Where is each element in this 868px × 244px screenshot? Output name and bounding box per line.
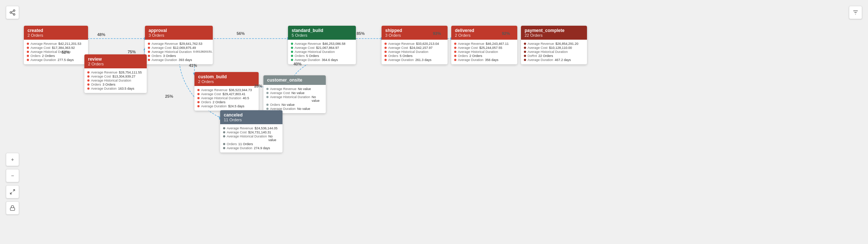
svg-point-1	[10, 12, 12, 14]
toolbar-bottom-left: + −	[6, 153, 19, 215]
svg-point-2	[13, 14, 15, 15]
fit-button[interactable]	[6, 185, 19, 198]
svg-point-0	[13, 10, 15, 12]
node-custom-build-body: Average Revenue$36,523,944.73 Average Co…	[194, 86, 259, 111]
node-canceled[interactable]: canceled 11 Orders Average Revenue$24,53…	[220, 110, 282, 152]
node-payment-complete-header: payment_complete 22 Orders	[521, 26, 587, 40]
filter-button[interactable]	[849, 6, 862, 19]
zoom-in-button[interactable]: +	[6, 153, 19, 166]
node-shipped-body: Average Revenue$33,620,213.04 Average Co…	[382, 40, 448, 64]
node-review-orders: 2 Orders	[88, 62, 143, 66]
node-customer-onsite-header: customer_onsite	[263, 75, 326, 85]
node-custom-build-title: custom_build	[198, 74, 255, 79]
node-review-title: review	[88, 57, 143, 62]
lock-button[interactable]	[6, 201, 19, 215]
node-customer-onsite-body: Average RevenueNo value Average CostNo v…	[263, 85, 326, 113]
node-review-body: Average Revenue$28,754,111.55 Average Co…	[84, 68, 147, 93]
node-payment-complete[interactable]: payment_complete 22 Orders Average Reven…	[521, 26, 587, 64]
node-canceled-orders: 11 Orders	[224, 118, 279, 122]
node-standard-build-orders: 5 Orders	[292, 33, 352, 37]
node-approval-header: approval 3 Orders	[145, 26, 213, 40]
node-created-header: created 2 Orders	[24, 26, 88, 40]
node-approval-title: approval	[149, 28, 209, 33]
node-standard-build-title: standard_build	[292, 28, 352, 33]
svg-rect-10	[10, 208, 15, 210]
node-customer-onsite-title: customer_onsite	[267, 78, 322, 83]
edge-label-25: 25%	[165, 94, 173, 98]
node-approval-body: Average Revenue$29,641,762.53 Average Co…	[145, 40, 213, 64]
node-standard-build-header: standard_build 5 Orders	[288, 26, 356, 40]
svg-line-8	[13, 190, 15, 191]
edge-label-52: 52%	[62, 50, 70, 54]
node-approval-orders: 3 Orders	[149, 33, 209, 37]
node-custom-build-header: custom_build 2 Orders	[194, 72, 259, 86]
zoom-out-button[interactable]: −	[6, 169, 19, 182]
edge-label-93: 93%	[433, 31, 441, 36]
node-delivered-body: Average Revenue$46,243,467.11 Average Co…	[451, 40, 517, 64]
node-canceled-body: Average Revenue$24,536,144.05 Average Co…	[220, 124, 282, 152]
edge-label-56: 56%	[237, 31, 245, 36]
node-standard-build-body: Average Revenue$46,253,086.58 Average Co…	[288, 40, 356, 64]
node-custom-build-orders: 2 Orders	[198, 79, 255, 84]
toolbar-left	[6, 6, 19, 19]
node-approval[interactable]: approval 3 Orders Average Revenue$29,641…	[145, 26, 213, 64]
edge-label-48: 48%	[97, 32, 105, 37]
node-payment-complete-body: Average Revenue$26,854,291.20 Average Co…	[521, 40, 587, 64]
node-created[interactable]: created 2 Orders Average Revenue$42,211,…	[24, 26, 88, 64]
node-customer-onsite[interactable]: customer_onsite Average RevenueNo value …	[263, 75, 326, 113]
edge-label-75: 75%	[128, 50, 136, 54]
node-canceled-title: canceled	[224, 112, 279, 118]
node-review[interactable]: review 2 Orders Average Revenue$28,754,1…	[84, 54, 147, 93]
svg-line-3	[11, 13, 13, 14]
share-button[interactable]	[6, 6, 19, 19]
edge-label-40: 40%	[293, 62, 302, 66]
toolbar-right	[849, 6, 862, 19]
node-created-title: created	[28, 28, 84, 33]
edge-label-28: 28%	[254, 84, 262, 88]
svg-line-9	[10, 192, 12, 194]
edge-label-41: 41%	[189, 63, 197, 68]
edge-label-85: 85%	[357, 31, 365, 36]
edge-label-92: 92%	[502, 31, 510, 36]
node-review-header: review 2 Orders	[84, 54, 147, 68]
node-created-orders: 2 Orders	[28, 33, 84, 37]
node-payment-complete-orders: 22 Orders	[525, 33, 583, 37]
workflow-canvas: + −	[0, 0, 868, 244]
node-payment-complete-title: payment_complete	[525, 28, 583, 33]
node-canceled-header: canceled 11 Orders	[220, 110, 282, 124]
node-created-body: Average Revenue$42,211,201.53 Average Co…	[24, 40, 88, 64]
node-custom-build[interactable]: custom_build 2 Orders Average Revenue$36…	[194, 72, 259, 111]
svg-line-4	[11, 11, 13, 12]
node-standard-build[interactable]: standard_build 5 Orders Average Revenue$…	[288, 26, 356, 64]
